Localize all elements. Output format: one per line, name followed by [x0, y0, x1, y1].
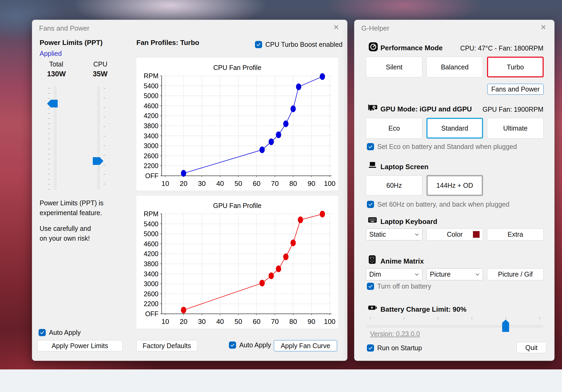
matrix-picture-gif-button[interactable]: Picture / Gif	[487, 268, 544, 280]
laptop-screen-heading: Laptop Screen	[380, 163, 429, 171]
apply-fan-curve-button[interactable]: Apply Fan Curve	[274, 340, 337, 351]
battery-slider-ticks	[370, 317, 540, 319]
matrix-brightness-select[interactable]: Dim	[366, 268, 422, 280]
screen-60hz-auto-label: Set 60Hz on battery, and back when plugg…	[377, 201, 509, 208]
matrix-brightness-value: Dim	[369, 270, 381, 278]
svg-text:80: 80	[289, 318, 297, 326]
svg-text:90: 90	[308, 318, 315, 326]
auto-apply-fan-row: Auto Apply	[229, 341, 271, 349]
run-on-startup-label: Run on Startup	[377, 344, 422, 352]
svg-text:50: 50	[234, 318, 242, 326]
svg-text:5400: 5400	[144, 82, 158, 90]
svg-text:2600: 2600	[144, 290, 158, 298]
chevron-down-icon	[415, 233, 419, 236]
svg-text:30: 30	[198, 318, 206, 326]
battery-slider-thumb[interactable]	[502, 320, 509, 332]
auto-apply-power-label: Auto Apply	[49, 329, 81, 336]
mode-balanced-button[interactable]: Balanced	[426, 57, 483, 77]
close-icon[interactable]: ✕	[540, 23, 546, 32]
screen-144hz-button[interactable]: 144Hz + OD	[426, 175, 483, 196]
keyboard-color-swatch	[473, 231, 480, 238]
checkbox-checked-icon[interactable]	[229, 341, 236, 349]
auto-apply-power-row: Auto Apply	[39, 329, 81, 336]
svg-text:GPU Fan Profile: GPU Fan Profile	[213, 202, 261, 209]
keyboard-mode-value: Static	[369, 231, 386, 238]
power-limits-status: Applied	[40, 50, 62, 57]
keyboard-color-label: Color	[447, 231, 463, 238]
power-limits-warning-2: Use carefully and on your own risk!	[40, 224, 91, 243]
battery-charge-icon	[368, 304, 377, 313]
keyboard-color-button[interactable]: Color	[426, 228, 483, 240]
mode-turbo-button[interactable]: Turbo	[487, 57, 544, 77]
cpu-value: 35W	[93, 70, 108, 78]
cpu-fan-chart[interactable]: 102030405060708090100OFF2200260030003400…	[136, 58, 338, 190]
keyboard-icon	[368, 216, 377, 225]
cpu-slider-thumb[interactable]	[93, 157, 103, 165]
battery-slider-track[interactable]	[366, 325, 543, 327]
fans-and-power-button[interactable]: Fans and Power	[487, 84, 544, 95]
gpu-eco-auto-label: Set Eco on battery and Standard when plu…	[377, 143, 517, 151]
cpu-temp-fan-status: CPU: 47°C - Fan: 1800RPM	[460, 44, 543, 52]
keyboard-extra-button[interactable]: Extra	[487, 228, 544, 240]
cpu-label: CPU	[93, 60, 107, 68]
version-link[interactable]: Version: 0.23.0.0	[370, 330, 420, 338]
svg-text:30: 30	[198, 180, 206, 187]
run-on-startup-row: Run on Startup	[367, 344, 422, 352]
keyboard-mode-select[interactable]: Static	[366, 228, 422, 240]
gpu-fan-chart-panel: 102030405060708090100OFF2200260030003400…	[136, 196, 338, 328]
quit-button[interactable]: Quit	[517, 342, 546, 353]
gpu-mode-heading: GPU Mode: iGPU and dGPU	[380, 105, 472, 113]
total-value: 130W	[47, 70, 66, 78]
total-label: Total	[49, 60, 63, 68]
power-limits-heading: Power Limits (PPT)	[40, 39, 103, 47]
svg-text:40: 40	[216, 318, 224, 326]
svg-text:20: 20	[180, 180, 187, 187]
chevron-down-icon	[415, 273, 419, 276]
gpu-ultimate-button[interactable]: Ultimate	[487, 118, 544, 139]
cpu-fan-chart-panel: 102030405060708090100OFF2200260030003400…	[136, 58, 338, 190]
svg-text:3000: 3000	[144, 280, 158, 287]
taskbar: G G ENG 12:46 PM 3/11/2023	[0, 369, 562, 392]
gpu-standard-button[interactable]: Standard	[426, 118, 483, 139]
anime-matrix-heading: Anime Matrix	[380, 257, 424, 265]
window-title: Fans and Power	[39, 24, 89, 32]
battery-charge-limit-heading: Battery Charge Limit: 90%	[380, 305, 467, 314]
laptop-screen-icon	[368, 161, 377, 170]
turbo-boost-row: CPU Turbo Boost enabled	[255, 41, 342, 48]
svg-text:100: 100	[324, 318, 335, 326]
gpu-eco-button[interactable]: Eco	[366, 118, 422, 139]
matrix-running-select[interactable]: Picture	[426, 268, 483, 280]
fans-power-window: Fans and Power ✕ Power Limits (PPT) Appl…	[32, 20, 347, 361]
gpu-fan-chart[interactable]: 102030405060708090100OFF2200260030003400…	[136, 196, 338, 328]
gpu-eco-auto-row: Set Eco on battery and Standard when plu…	[367, 143, 517, 151]
svg-text:5000: 5000	[144, 92, 158, 99]
svg-text:4200: 4200	[144, 250, 158, 257]
svg-text:CPU Fan Profile: CPU Fan Profile	[213, 64, 261, 71]
power-limits-warning-1: Power Limits (PPT) is experimental featu…	[40, 198, 103, 218]
factory-defaults-button[interactable]: Factory Defaults	[136, 340, 197, 351]
svg-text:60: 60	[253, 180, 261, 187]
laptop-keyboard-heading: Laptop Keyboard	[380, 218, 437, 226]
gpu-fan-status: GPU Fan: 1900RPM	[483, 106, 543, 113]
svg-text:3800: 3800	[144, 260, 158, 268]
screen-60hz-button[interactable]: 60Hz	[366, 176, 422, 195]
svg-text:OFF: OFF	[145, 172, 158, 180]
apply-power-limits-button[interactable]: Apply Power Limits	[37, 340, 123, 351]
checkbox-checked-icon[interactable]	[367, 143, 374, 150]
checkbox-checked-icon[interactable]	[39, 329, 46, 336]
svg-text:3400: 3400	[144, 270, 158, 278]
close-icon[interactable]: ✕	[333, 23, 339, 32]
svg-text:10: 10	[161, 180, 169, 187]
matrix-running-value: Picture	[430, 270, 451, 278]
ghelper-window: G-Helper ✕ Performance Mode CPU: 47°C - …	[354, 20, 555, 361]
svg-text:70: 70	[271, 180, 279, 187]
cpu-slider-track[interactable]	[97, 87, 100, 190]
svg-text:2200: 2200	[144, 300, 158, 307]
checkbox-checked-icon[interactable]	[367, 344, 374, 352]
mode-silent-button[interactable]: Silent	[366, 57, 422, 77]
checkbox-checked-icon[interactable]	[255, 41, 262, 48]
checkbox-checked-icon[interactable]	[367, 201, 374, 208]
anime-matrix-icon	[368, 255, 376, 265]
svg-text:2600: 2600	[144, 152, 158, 160]
checkbox-checked-icon[interactable]	[367, 283, 374, 290]
